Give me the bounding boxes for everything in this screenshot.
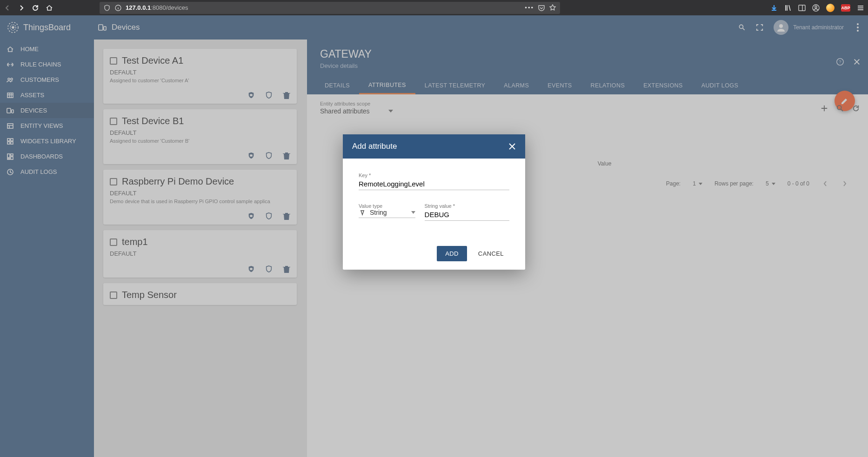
account-icon[interactable] <box>812 4 820 12</box>
add-button[interactable]: ADD <box>437 246 467 261</box>
browser-chrome: 127.0.0.1:8080/devices ••• ABP <box>0 0 868 15</box>
vt-label: Value type <box>359 203 415 209</box>
value-type-select[interactable]: String <box>359 209 415 218</box>
home-icon[interactable] <box>46 4 53 12</box>
menu-icon[interactable] <box>857 4 864 12</box>
download-icon[interactable] <box>770 4 778 12</box>
close-dialog-icon[interactable] <box>508 143 516 150</box>
reload-icon[interactable] <box>32 4 39 12</box>
info-icon <box>114 4 122 12</box>
star-icon[interactable] <box>549 4 556 12</box>
sidebar-icon[interactable] <box>798 4 806 12</box>
key-input[interactable] <box>359 178 509 190</box>
svg-rect-1 <box>799 5 805 11</box>
back-icon[interactable] <box>4 4 11 12</box>
shield-icon <box>103 4 111 12</box>
svg-point-3 <box>815 6 817 7</box>
modal-overlay: Add attribute Key * Value type String <box>0 15 868 457</box>
cancel-button[interactable]: CANCEL <box>470 246 512 261</box>
library-icon[interactable] <box>784 4 792 12</box>
ext-1-icon[interactable] <box>826 4 835 12</box>
url-bar[interactable]: 127.0.0.1:8080/devices ••• <box>100 2 560 14</box>
add-attribute-dialog: Add attribute Key * Value type String <box>343 134 525 270</box>
string-value-input[interactable] <box>425 209 509 221</box>
ext-2-icon[interactable]: ABP <box>841 4 850 12</box>
sv-label: String value * <box>425 203 509 209</box>
key-label: Key * <box>359 172 509 178</box>
forward-icon[interactable] <box>18 4 25 12</box>
url-text: 127.0.0.1:8080/devices <box>126 4 188 11</box>
pocket-icon[interactable] <box>538 4 545 12</box>
dialog-title: Add attribute <box>352 142 397 151</box>
